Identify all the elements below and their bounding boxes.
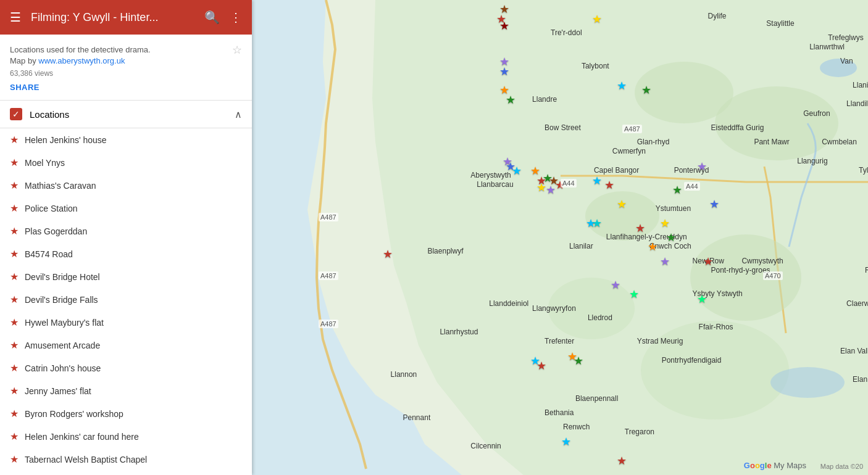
map-pin[interactable]: ★ (660, 255, 670, 268)
location-item[interactable]: ★Police Station (0, 197, 252, 220)
location-item[interactable]: ★Byron Rodgers' workshop (0, 402, 252, 425)
location-item[interactable]: ★B4574 Road (0, 242, 252, 265)
location-name: Amusement Arcade (25, 341, 100, 350)
search-icon[interactable]: 🔍 (204, 10, 220, 25)
info-section: ☆ Locations used for the detective drama… (0, 35, 252, 101)
map-pin[interactable]: ★ (617, 454, 627, 468)
map-pin[interactable]: ★ (604, 178, 614, 192)
location-item[interactable]: ★Amusement Arcade (0, 334, 252, 357)
location-item[interactable]: ★Catrin John's house (0, 357, 252, 379)
location-name: B4574 Road (25, 249, 73, 259)
location-name: Catrin John's house (25, 363, 101, 373)
map-pin[interactable]: ★ (697, 160, 707, 173)
map-pin[interactable]: ★ (672, 183, 682, 197)
location-item[interactable]: ★Devil's Bridge Falls (0, 288, 252, 311)
location-star-icon: ★ (10, 408, 19, 419)
location-name: Police Station (25, 204, 78, 213)
star-bookmark-icon[interactable]: ☆ (232, 43, 242, 57)
locations-checkbox[interactable]: ✓ (10, 108, 22, 120)
map-pin[interactable]: ★ (703, 255, 713, 268)
location-star-icon: ★ (10, 339, 19, 351)
location-name: Mathias's Caravan (25, 181, 96, 191)
map-pin[interactable]: ★ (574, 354, 583, 368)
location-item[interactable]: ★Mathias's Caravan (0, 174, 252, 197)
location-name: Devil's Bridge Hotel (25, 272, 100, 282)
hamburger-icon[interactable]: ☰ (10, 10, 21, 25)
map-pin[interactable]: ★ (666, 231, 676, 244)
location-star-icon: ★ (10, 431, 19, 442)
location-name: Byron Rodgers' workshop (25, 409, 123, 419)
location-item[interactable]: ★Jenny James' flat (0, 379, 252, 402)
location-item[interactable]: ★Helen Jenkins' car found here (0, 425, 252, 448)
location-item[interactable]: ★Helen Jenkins' house (0, 128, 252, 151)
map-pin[interactable]: ★ (635, 221, 645, 235)
map-pin[interactable]: ★ (561, 435, 571, 448)
map-data-attribution: Map data ©20 (820, 463, 863, 470)
location-star-icon: ★ (10, 271, 19, 283)
location-name: Tabernacl Welsh Baptist Chapel (25, 455, 147, 465)
location-star-icon: ★ (10, 453, 19, 465)
location-item[interactable]: ★Devil's Bridge Hotel (0, 265, 252, 288)
location-item[interactable]: ★Plas Gogerddan (0, 220, 252, 242)
location-name: Hywel Maybury's flat (25, 318, 104, 328)
map-pin[interactable]: ★ (592, 174, 602, 188)
location-name: Helen Jenkins' car found here (25, 432, 139, 442)
locations-label: Locations (30, 109, 227, 120)
locations-header: ✓ Locations ∧ (0, 101, 252, 128)
location-name: Moel Ynys (25, 158, 65, 168)
map-pin[interactable]: ★ (383, 247, 393, 261)
map-description: Locations used for the detective drama. (10, 45, 151, 54)
map-pin[interactable]: ★ (617, 197, 627, 211)
map-pin[interactable]: ★ (709, 197, 719, 211)
map-pin[interactable]: ★ (536, 359, 546, 373)
location-star-icon: ★ (10, 294, 19, 305)
more-icon[interactable]: ⋮ (230, 10, 242, 25)
app-title: Filming: Y Gwyll - Hinter... (31, 11, 194, 24)
location-item[interactable]: ★Moel Ynys (0, 151, 252, 174)
location-name: Helen Jenkins' house (25, 135, 107, 145)
map-pin[interactable]: ★ (555, 178, 565, 192)
map-pin[interactable]: ★ (546, 183, 556, 197)
map-attribution: Google My Maps (744, 461, 806, 470)
location-star-icon: ★ (10, 225, 19, 237)
map-pin[interactable]: ★ (641, 83, 651, 97)
map-pin[interactable]: ★ (512, 164, 522, 178)
location-item[interactable]: ★Farmhouse murder scene (0, 471, 252, 475)
map-pin[interactable]: ★ (506, 93, 515, 107)
map-pin[interactable]: ★ (611, 278, 620, 292)
location-star-icon: ★ (10, 248, 19, 260)
location-star-icon: ★ (10, 385, 19, 397)
map-pin[interactable]: ★ (697, 292, 707, 306)
location-item[interactable]: ★Hywel Maybury's flat (0, 311, 252, 334)
map-pin[interactable]: ★ (536, 181, 546, 194)
share-button[interactable]: SHARE (10, 83, 40, 92)
map-pin[interactable]: ★ (629, 287, 639, 301)
location-star-icon: ★ (10, 202, 19, 214)
location-star-icon: ★ (10, 316, 19, 328)
location-star-icon: ★ (10, 362, 19, 374)
locations-list: ★Helen Jenkins' house★Moel Ynys★Mathias'… (0, 128, 252, 475)
location-name: Jenny James' flat (25, 386, 91, 396)
location-item[interactable]: ★Tabernacl Welsh Baptist Chapel (0, 448, 252, 471)
map-pin[interactable]: ★ (499, 65, 509, 78)
location-star-icon: ★ (10, 134, 19, 146)
collapse-icon[interactable]: ∧ (235, 109, 242, 120)
map-pin[interactable]: ★ (499, 19, 509, 33)
map-pin[interactable]: ★ (617, 79, 627, 93)
app-header: ☰ Filming: Y Gwyll - Hinter... 🔍 ⋮ (0, 0, 252, 35)
map-pin[interactable]: ★ (592, 217, 602, 230)
location-name: Plas Gogerddan (25, 226, 87, 236)
map-pin[interactable]: ★ (592, 12, 602, 26)
location-name: Devil's Bridge Falls (25, 295, 98, 305)
location-star-icon: ★ (10, 180, 19, 191)
views-count: 63,386 views (10, 69, 242, 78)
map-container[interactable]: DylifeStaylittleLlanwrthwlTrefeglwysLlan… (252, 0, 868, 475)
map-pin[interactable]: ★ (660, 217, 670, 230)
location-star-icon: ★ (10, 157, 19, 168)
map-by-label: Map by (10, 56, 36, 65)
map-link[interactable]: www.aberystwyth.org.uk (38, 56, 125, 65)
locations-section: ✓ Locations ∧ ★Helen Jenkins' house★Moel… (0, 101, 252, 475)
map-pin[interactable]: ★ (648, 240, 657, 254)
